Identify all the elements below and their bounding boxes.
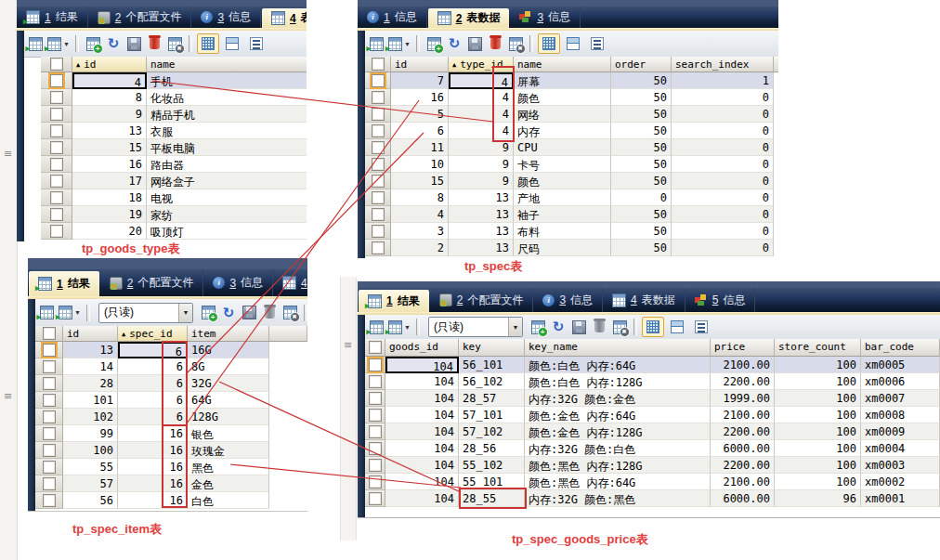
row-select-cell[interactable]: [365, 173, 391, 189]
tab-spec_item-信息[interactable]: i3信息: [203, 269, 273, 296]
cell-spec_id[interactable]: 16: [118, 475, 188, 492]
row-select-cell[interactable]: [35, 459, 63, 475]
cell-bar_code[interactable]: xm0005: [861, 357, 940, 373]
cell-type_id[interactable]: 4: [449, 106, 514, 123]
cell-id[interactable]: 5: [391, 106, 449, 123]
cell-search_index[interactable]: 0: [672, 156, 774, 173]
row-checkbox[interactable]: [43, 410, 56, 423]
cell-order[interactable]: 50: [611, 240, 672, 256]
cell-item[interactable]: 玫瑰金: [188, 442, 269, 459]
save-button[interactable]: [240, 304, 258, 322]
cell-spec_id[interactable]: 16: [118, 425, 188, 442]
cell-search_index[interactable]: 0: [672, 189, 774, 206]
cell-order[interactable]: 50: [611, 123, 672, 139]
tab-goods_type-结果[interactable]: ▸1结果: [17, 7, 88, 28]
row-select-cell[interactable]: [41, 156, 72, 173]
row-select-cell[interactable]: [35, 392, 63, 409]
cell-name[interactable]: 网络: [514, 106, 611, 123]
cell-goods_id[interactable]: 104: [385, 390, 459, 407]
cell-name[interactable]: 吸顶灯: [147, 223, 307, 240]
cell-search_index[interactable]: 0: [672, 89, 774, 106]
cell-goods_id[interactable]: 104: [385, 490, 459, 507]
export-wizard-button[interactable]: ▸▼: [387, 318, 411, 336]
cell-id[interactable]: 10: [391, 156, 449, 173]
cell-name[interactable]: 卡号: [514, 156, 611, 173]
cell-name[interactable]: 内存: [514, 123, 611, 139]
row-checkbox[interactable]: [43, 494, 56, 507]
cell-item[interactable]: 银色: [188, 425, 269, 442]
cell-id[interactable]: 8: [72, 89, 147, 106]
cell-id[interactable]: 13: [72, 123, 147, 139]
cell-key[interactable]: 55_102: [459, 457, 525, 474]
discard-changes-button[interactable]: ✖: [281, 304, 299, 322]
cell-spec_id[interactable]: 6: [118, 409, 188, 425]
tab-goods_price-结果[interactable]: ▸1结果: [359, 290, 429, 312]
cell-order[interactable]: 50: [611, 139, 672, 156]
cell-goods_id[interactable]: 104: [385, 407, 459, 423]
row-select-cell[interactable]: [41, 223, 72, 240]
cell-goods_id[interactable]: 104: [385, 440, 459, 457]
row-select-cell[interactable]: [41, 139, 72, 156]
cell-bar_code[interactable]: xm0004: [861, 440, 940, 457]
cell-key_name[interactable]: 内存:32G 颜色:黑色: [525, 490, 711, 507]
row-select-cell[interactable]: [41, 72, 72, 89]
cell-search_index[interactable]: 0: [672, 173, 774, 189]
text-view-button[interactable]: [586, 33, 608, 54]
row-checkbox[interactable]: [43, 444, 56, 457]
row-checkbox[interactable]: [372, 141, 385, 154]
row-select-cell[interactable]: [365, 206, 391, 223]
cell-type_id[interactable]: 9: [449, 173, 514, 189]
tab-goods_type-信息[interactable]: i3信息: [191, 7, 261, 28]
tab-spec-表数据[interactable]: 2表数据: [428, 8, 510, 28]
cell-name[interactable]: 家纺: [147, 206, 307, 223]
cell-id[interactable]: 16: [391, 89, 449, 106]
column-header-key_name[interactable]: key_name: [525, 339, 711, 357]
delete-button[interactable]: [145, 34, 163, 53]
cell-search_index[interactable]: 0: [672, 139, 774, 156]
column-header-key[interactable]: key: [459, 339, 525, 357]
cell-id[interactable]: 20: [72, 223, 147, 240]
cell-bar_code[interactable]: xm0006: [861, 373, 940, 390]
cell-key[interactable]: 28_55: [459, 490, 525, 507]
cell-key[interactable]: 57_102: [459, 423, 525, 440]
form-view-button[interactable]: [666, 317, 688, 337]
column-header-price[interactable]: price: [711, 339, 775, 357]
cell-name[interactable]: 电视: [147, 189, 307, 206]
cell-id[interactable]: 101: [63, 392, 118, 409]
cell-order[interactable]: 50: [611, 89, 672, 106]
row-checkbox[interactable]: [50, 175, 63, 188]
cell-search_index[interactable]: 1: [672, 72, 774, 89]
text-view-button[interactable]: [245, 33, 268, 54]
column-header-name[interactable]: name: [514, 57, 611, 72]
cell-name[interactable]: 屏幕: [514, 72, 611, 89]
tab-spec_item-个配置文件[interactable]: 2个配置文件: [100, 269, 204, 296]
row-checkbox[interactable]: [369, 358, 382, 371]
row-checkbox[interactable]: [372, 124, 385, 137]
tab-spec_item-表数据[interactable]: 4表数据: [273, 269, 307, 296]
column-header-goods_id[interactable]: goods_id: [385, 339, 459, 357]
row-select-cell[interactable]: [35, 358, 63, 375]
cell-id[interactable]: 15: [391, 173, 449, 189]
cell-key_name[interactable]: 颜色:黑色 内存:64G: [525, 474, 711, 490]
export-wizard-button[interactable]: ▸▼: [58, 304, 82, 322]
focused-cell[interactable]: 4: [72, 72, 147, 89]
cell-name[interactable]: 精品手机: [147, 106, 307, 123]
cell-name[interactable]: 衣服: [147, 123, 307, 139]
import-wizard-button[interactable]: ▸: [367, 318, 385, 336]
cell-bar_code[interactable]: xm0002: [861, 474, 940, 490]
cell-order[interactable]: 50: [611, 106, 672, 123]
cell-id[interactable]: 2: [391, 240, 449, 256]
cell-item[interactable]: 32G: [188, 375, 269, 392]
row-select-cell[interactable]: [365, 490, 385, 507]
cell-spec_id[interactable]: 16: [118, 459, 188, 475]
cell-store_count[interactable]: 100: [775, 407, 861, 423]
cell-key_name[interactable]: 内存:32G 颜色:白色: [525, 440, 711, 457]
row-checkbox[interactable]: [369, 375, 382, 388]
cell-id[interactable]: 7: [391, 72, 449, 89]
save-button[interactable]: [569, 318, 588, 336]
cell-key[interactable]: 28_56: [459, 440, 525, 457]
cell-type_id[interactable]: 13: [449, 206, 514, 223]
cell-store_count[interactable]: 100: [775, 457, 861, 474]
form-view-button[interactable]: [221, 33, 243, 54]
column-header-id[interactable]: id: [391, 57, 449, 72]
